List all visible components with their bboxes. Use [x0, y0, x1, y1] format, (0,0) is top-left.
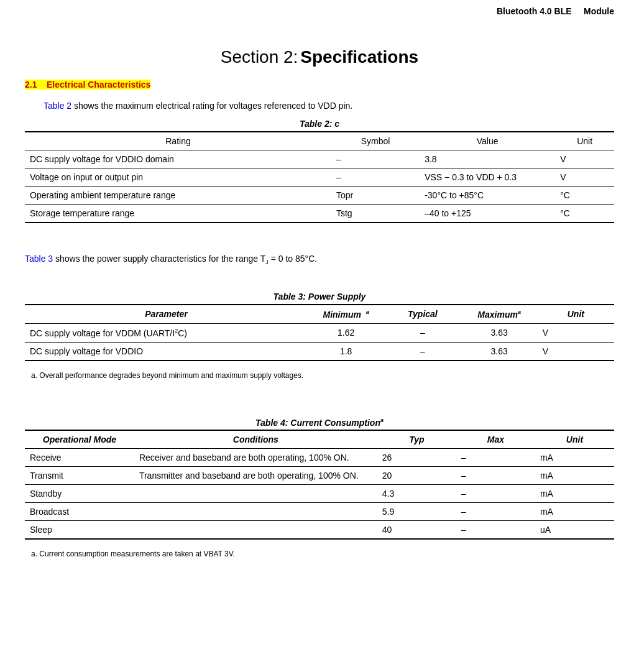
table4-row1-mode: Receive: [25, 449, 134, 467]
table4-caption: Table 4: Current Consumptiona: [25, 417, 614, 428]
table2-row4-col4: °C: [555, 205, 614, 223]
table4-row2-typ: 20: [377, 467, 456, 485]
table3-sub: J: [265, 259, 269, 265]
table3-row1-max: 3.63: [461, 323, 538, 342]
table-row: DC supply voltage for VDDIO 1.8 – 3.63 V: [25, 342, 614, 361]
table4-col-max: Max: [456, 430, 535, 449]
table2-row1-col4: V: [555, 150, 614, 168]
table2-body: DC supply voltage for VDDIO domain–3.8VV…: [25, 150, 614, 223]
table4-col-unit: Unit: [535, 430, 614, 449]
table4-row5-typ: 40: [377, 521, 456, 540]
table3-col-min: Minimum a: [308, 305, 384, 323]
page-header: Bluetooth 4.0 BLE Module: [25, 0, 614, 29]
table3-row1-param: DC supply voltage for VDDM (UART/I2C): [25, 323, 308, 342]
table2-row4-col1: Storage temperature range: [25, 205, 331, 223]
table-row: DC supply voltage for VDDIO domain–3.8V: [25, 150, 614, 168]
table3-row1-min: 1.62: [308, 323, 384, 342]
table3-footnote: a. Overall performance degrades beyond m…: [31, 371, 614, 380]
table2-row4-col3: –40 to +125: [420, 205, 555, 223]
section-title: Section 2: Specifications: [25, 47, 614, 67]
table2: Rating Symbol Value Unit DC supply volta…: [25, 131, 614, 223]
table2-caption: Table 2: c: [25, 119, 614, 129]
table2-row3-col2: Topr: [331, 186, 420, 205]
table2-row2-col2: –: [331, 168, 420, 186]
table4-row2-cond: Transmitter and baseband are both operat…: [134, 467, 377, 485]
table-row: ReceiveReceiver and baseband are both op…: [25, 449, 614, 467]
table-row: Operating ambient temperature rangeTopr-…: [25, 186, 614, 205]
table3-row2-unit: V: [538, 342, 614, 361]
table4-row3-cond: [134, 485, 377, 503]
table2-col-unit: Unit: [555, 132, 614, 150]
table-row: TransmitTransmitter and baseband are bot…: [25, 467, 614, 485]
table2-row1-col1: DC supply voltage for VDDIO domain: [25, 150, 331, 168]
table4-row5-unit: uA: [535, 521, 614, 540]
table4-row2-mode: Transmit: [25, 467, 134, 485]
table3-col-param: Parameter: [25, 305, 308, 323]
table2-row4-col2: Tstg: [331, 205, 420, 223]
table3-row2-param: DC supply voltage for VDDIO: [25, 342, 308, 361]
table-row: Voltage on input or output pin–VSS − 0.3…: [25, 168, 614, 186]
table4-row4-cond: [134, 503, 377, 521]
table2-row2-col1: Voltage on input or output pin: [25, 168, 331, 186]
table4-row4-unit: mA: [535, 503, 614, 521]
table4-footnote: a. Current consumption measurements are …: [31, 550, 614, 558]
table4-row4-typ: 5.9: [377, 503, 456, 521]
table2-row2-col3: VSS − 0.3 to VDD + 0.3: [420, 168, 555, 186]
table-row: Standby4.3–mA: [25, 485, 614, 503]
table4-row3-max: –: [456, 485, 535, 503]
table4-header-row: Operational Mode Conditions Typ Max Unit: [25, 430, 614, 449]
table2-row1-col3: 3.8: [420, 150, 555, 168]
header-subtitle: Module: [584, 6, 614, 16]
subsection-title: Electrical Characteristics: [47, 80, 150, 90]
table2-row1-col2: –: [331, 150, 420, 168]
table2-row3-col3: -30°C to +85°C: [420, 186, 555, 205]
table4-caption-prefix: Table 4: Current Consumption: [255, 417, 380, 427]
table2-row2-col4: V: [555, 168, 614, 186]
table3-caption: Table 3: Power Supply: [25, 292, 614, 301]
table3-col-unit: Unit: [538, 305, 614, 323]
table4-row4-mode: Broadcast: [25, 503, 134, 521]
subsection-number: 2.1: [25, 80, 37, 90]
table4: Operational Mode Conditions Typ Max Unit…: [25, 430, 614, 540]
table4-row3-mode: Standby: [25, 485, 134, 503]
section-name: Specifications: [300, 47, 418, 67]
table4-row2-max: –: [456, 467, 535, 485]
section-number: Section 2:: [221, 47, 298, 67]
table-row: DC supply voltage for VDDM (UART/I2C) 1.…: [25, 323, 614, 342]
table2-header-row: Rating Symbol Value Unit: [25, 132, 614, 150]
table2-col-symbol: Symbol: [331, 132, 420, 150]
table2-row3-col1: Operating ambient temperature range: [25, 186, 331, 205]
table4-row4-max: –: [456, 503, 535, 521]
table3-body: DC supply voltage for VDDM (UART/I2C) 1.…: [25, 323, 614, 360]
table2-row3-col4: °C: [555, 186, 614, 205]
table4-row1-cond: Receiver and baseband are both operating…: [134, 449, 377, 467]
table3-row2-min: 1.8: [308, 342, 384, 361]
table3-row1-unit: V: [538, 323, 614, 342]
table4-row5-cond: [134, 521, 377, 540]
table3-link[interactable]: Table 3: [25, 254, 53, 264]
table4-caption-sup: a: [380, 417, 384, 423]
table3-intro: Table 3 shows the power supply character…: [25, 252, 614, 267]
table4-row1-unit: mA: [535, 449, 614, 467]
table4-row5-max: –: [456, 521, 535, 540]
table3-row1-typ: –: [384, 323, 461, 342]
table3-header-row: Parameter Minimum a Typical Maximuma Uni…: [25, 305, 614, 323]
subsection-heading: 2.1 Electrical Characteristics: [25, 80, 150, 90]
table2-col-rating: Rating: [25, 132, 331, 150]
subsection-2-1: 2.1 Electrical Characteristics: [25, 80, 614, 90]
table-row: Storage temperature rangeTstg–40 to +125…: [25, 205, 614, 223]
table4-row1-typ: 26: [377, 449, 456, 467]
table4-row1-max: –: [456, 449, 535, 467]
table2-link[interactable]: Table 2: [44, 101, 71, 111]
table3-row2-max: 3.63: [461, 342, 538, 361]
table3-col-max: Maximuma: [461, 305, 538, 323]
table4-row3-unit: mA: [535, 485, 614, 503]
table4-body: ReceiveReceiver and baseband are both op…: [25, 449, 614, 540]
table2-col-value: Value: [420, 132, 555, 150]
header-title: Bluetooth 4.0 BLE: [497, 6, 572, 16]
table4-row3-typ: 4.3: [377, 485, 456, 503]
table3-col-typical: Typical: [384, 305, 461, 323]
table4-col-cond: Conditions: [134, 430, 377, 449]
table2-intro: Table 2 shows the maximum electrical rat…: [44, 99, 614, 113]
table-row: Broadcast5.9–mA: [25, 503, 614, 521]
